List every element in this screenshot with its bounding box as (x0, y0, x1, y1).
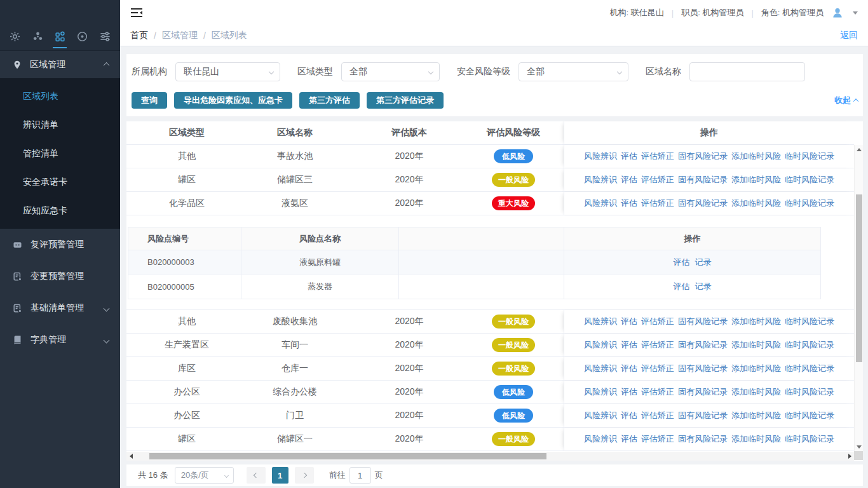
vertical-scrollbar[interactable] (854, 145, 863, 451)
op-link[interactable]: 评估 (621, 151, 637, 162)
op-link[interactable]: 临时风险记录 (785, 198, 834, 209)
op-link[interactable]: 风险辨识 (584, 433, 617, 445)
breadcrumb-home[interactable]: 首页 (130, 30, 148, 41)
op-link[interactable]: 固有风险记录 (678, 339, 728, 351)
op-link[interactable]: 临时风险记录 (785, 316, 834, 327)
op-link[interactable]: 评估 (674, 281, 690, 292)
op-link[interactable]: 评估 (621, 363, 637, 374)
op-link[interactable]: 临时风险记录 (785, 174, 834, 186)
collapse-filters-link[interactable]: 收起 (834, 95, 858, 106)
op-link[interactable]: 添加临时风险 (731, 433, 781, 445)
op-link[interactable]: 评估矫正 (641, 433, 674, 445)
sidebar-item-emergency-card[interactable]: 应知应急卡 (0, 196, 120, 225)
scroll-up-button[interactable] (855, 145, 864, 154)
op-link[interactable]: 固有风险记录 (678, 198, 728, 209)
op-link[interactable]: 风险辨识 (584, 386, 617, 398)
op-link[interactable]: 风险辨识 (584, 339, 617, 351)
sidebar-item-identify-list[interactable]: 辨识清单 (0, 111, 120, 139)
vertical-scrollbar-thumb[interactable] (856, 194, 862, 362)
op-link[interactable]: 添加临时风险 (731, 410, 781, 421)
risk-level-select[interactable]: 全部 (519, 62, 628, 81)
op-link[interactable]: 临时风险记录 (785, 363, 834, 374)
op-link[interactable]: 评估 (621, 174, 637, 186)
third-party-assess-button[interactable]: 第三方评估 (299, 92, 360, 109)
goto-page-input[interactable] (349, 467, 371, 484)
op-link[interactable]: 评估 (621, 198, 637, 209)
sidebar-item-dictionary[interactable]: 字典管理 (0, 324, 120, 356)
op-link[interactable]: 固有风险记录 (678, 363, 728, 374)
chevron-down-icon[interactable] (853, 11, 858, 15)
sidebar-item-region-list[interactable]: 区域列表 (0, 82, 120, 111)
scroll-down-button[interactable] (855, 442, 864, 451)
op-link[interactable]: 临时风险记录 (785, 386, 834, 398)
op-link[interactable]: 记录 (695, 257, 712, 268)
op-link[interactable]: 评估 (621, 339, 637, 351)
op-link[interactable]: 临时风险记录 (785, 433, 834, 445)
op-link[interactable]: 固有风险记录 (678, 174, 728, 186)
op-link[interactable]: 添加临时风险 (731, 316, 781, 327)
prev-page-button[interactable] (247, 467, 266, 484)
op-link[interactable]: 评估矫正 (641, 386, 674, 398)
op-link[interactable]: 评估矫正 (641, 363, 674, 374)
op-link[interactable]: 添加临时风险 (731, 198, 781, 209)
org-select[interactable]: 联仕昆山 (175, 62, 280, 81)
op-link[interactable]: 评估矫正 (641, 410, 674, 421)
op-link[interactable]: 固有风险记录 (678, 151, 728, 162)
op-link[interactable]: 风险辨识 (584, 410, 617, 421)
sidebar-item-region-management[interactable]: 区域管理 (0, 51, 120, 78)
op-link[interactable]: 固有风险记录 (678, 386, 728, 398)
op-link[interactable]: 固有风险记录 (678, 316, 728, 327)
op-link[interactable]: 评估 (621, 410, 637, 421)
target-icon[interactable] (75, 29, 90, 44)
op-link[interactable]: 评估矫正 (641, 151, 674, 162)
sidebar-item-change-warning[interactable]: 变更预警管理 (0, 261, 120, 292)
op-link[interactable]: 风险辨识 (584, 174, 617, 186)
op-link[interactable]: 添加临时风险 (731, 386, 781, 398)
gear-icon[interactable] (8, 29, 23, 44)
export-hazard-cards-button[interactable]: 导出危险因素应知、应急卡 (174, 92, 292, 109)
sidebar-collapse-icon[interactable] (130, 8, 143, 18)
op-link[interactable]: 临时风险记录 (785, 339, 834, 351)
op-link[interactable]: 评估矫正 (641, 174, 674, 186)
horizontal-scrollbar[interactable] (126, 452, 854, 461)
next-page-button[interactable] (295, 467, 314, 484)
op-link[interactable]: 添加临时风险 (731, 363, 781, 374)
page-size-select[interactable]: 20条/页 (175, 467, 234, 484)
back-link[interactable]: 返回 (840, 30, 858, 41)
op-link[interactable]: 评估 (621, 433, 637, 445)
op-link[interactable]: 评估矫正 (641, 198, 674, 209)
op-link[interactable]: 风险辨识 (584, 151, 617, 162)
op-link[interactable]: 评估矫正 (641, 339, 674, 351)
page-number-button[interactable]: 1 (272, 467, 288, 484)
op-link[interactable]: 添加临时风险 (731, 151, 781, 162)
op-link[interactable]: 风险辨识 (584, 363, 617, 374)
op-link[interactable]: 临时风险记录 (785, 410, 834, 421)
sidebar-item-re-evaluation-warning[interactable]: 复评预警管理 (0, 229, 120, 261)
scroll-left-button[interactable] (126, 452, 135, 461)
op-link[interactable]: 添加临时风险 (731, 339, 781, 351)
op-link[interactable]: 评估 (621, 386, 637, 398)
horizontal-scrollbar-thumb[interactable] (149, 453, 546, 459)
region-name-input[interactable] (689, 62, 805, 81)
op-link[interactable]: 风险辨识 (584, 198, 617, 209)
op-link[interactable]: 评估 (621, 316, 637, 327)
grid-icon[interactable] (52, 29, 67, 44)
op-link[interactable]: 评估矫正 (641, 316, 674, 327)
fan-icon[interactable] (30, 29, 45, 44)
op-link[interactable]: 固有风险记录 (678, 410, 728, 421)
scroll-right-button[interactable] (845, 452, 854, 461)
op-link[interactable]: 风险辨识 (584, 316, 617, 327)
op-link[interactable]: 记录 (695, 281, 712, 292)
op-link[interactable]: 固有风险记录 (678, 433, 728, 445)
query-button[interactable]: 查询 (132, 92, 167, 109)
op-link[interactable]: 添加临时风险 (731, 174, 781, 186)
third-party-assess-records-button[interactable]: 第三方评估记录 (367, 92, 444, 109)
breadcrumb-region-management[interactable]: 区域管理 (162, 30, 198, 41)
sidebar-item-basic-list[interactable]: 基础清单管理 (0, 292, 120, 324)
sliders-icon[interactable] (97, 29, 112, 44)
op-link[interactable]: 临时风险记录 (785, 151, 834, 162)
op-link[interactable]: 评估 (674, 257, 690, 268)
region-type-select[interactable]: 全部 (341, 62, 440, 81)
sidebar-item-safety-commitment-card[interactable]: 安全承诺卡 (0, 168, 120, 196)
sidebar-item-control-list[interactable]: 管控清单 (0, 139, 120, 168)
